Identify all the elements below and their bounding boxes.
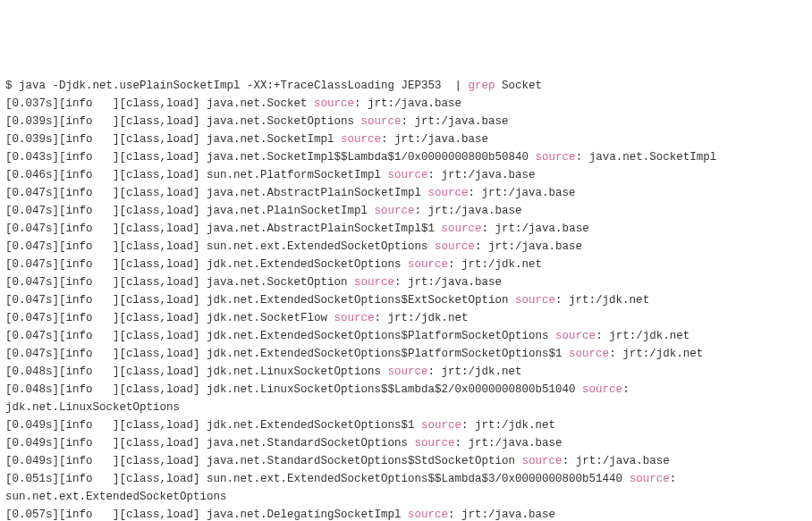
terminal-line: [0.047s][info ][class,load] java.net.Abs…	[5, 220, 807, 238]
source-keyword: source	[408, 258, 448, 271]
source-keyword: source	[334, 312, 375, 324]
terminal-line: [0.047s][info ][class,load] java.net.Pla…	[5, 202, 807, 220]
source-keyword: source	[388, 169, 428, 181]
terminal-line: [0.047s][info ][class,load] sun.net.ext.…	[5, 238, 807, 256]
source-keyword: source	[522, 455, 562, 467]
source-keyword: source	[314, 97, 354, 110]
terminal-line: [0.047s][info ][class,load] jdk.net.Sock…	[5, 309, 807, 327]
terminal-line: $ java -Djdk.net.usePlainSocketImpl -XX:…	[5, 77, 807, 95]
source-keyword: source	[354, 276, 394, 289]
source-keyword: source	[361, 115, 402, 128]
terminal-output: $ java -Djdk.net.usePlainSocketImpl -XX:…	[5, 77, 807, 521]
terminal-line: [0.048s][info ][class,load] jdk.net.Linu…	[5, 363, 807, 381]
source-keyword: source	[388, 366, 428, 378]
source-keyword: source	[582, 383, 622, 396]
source-keyword: source	[442, 223, 482, 235]
terminal-line: [0.047s][info ][class,load] java.net.Abs…	[5, 184, 807, 202]
terminal-line: [0.049s][info ][class,load] jdk.net.Exte…	[5, 416, 807, 434]
terminal-line: [0.051s][info ][class,load] sun.net.ext.…	[5, 470, 807, 488]
source-keyword: source	[341, 133, 381, 146]
source-keyword: source	[555, 330, 596, 342]
source-keyword: source	[408, 508, 448, 521]
terminal-line: [0.037s][info ][class,load] java.net.Soc…	[5, 95, 807, 113]
source-keyword: source	[428, 187, 469, 199]
terminal-line: [0.039s][info ][class,load] java.net.Soc…	[5, 130, 807, 148]
terminal-line: [0.047s][info ][class,load] jdk.net.Exte…	[5, 327, 807, 345]
source-keyword: source	[630, 473, 670, 485]
source-keyword: source	[421, 419, 461, 432]
terminal-line: [0.049s][info ][class,load] java.net.Sta…	[5, 452, 807, 470]
grep-keyword: grep	[469, 80, 495, 92]
source-keyword: source	[515, 294, 555, 307]
terminal-line: [0.046s][info ][class,load] sun.net.Plat…	[5, 166, 807, 184]
terminal-line: [0.048s][info ][class,load] jdk.net.Linu…	[5, 381, 807, 399]
source-keyword: source	[415, 437, 455, 450]
terminal-line: [0.047s][info ][class,load] jdk.net.Exte…	[5, 291, 807, 309]
terminal-line: [0.047s][info ][class,load] jdk.net.Exte…	[5, 345, 807, 363]
terminal-line: sun.net.ext.ExtendedSocketOptions	[5, 488, 807, 506]
source-keyword: source	[536, 151, 576, 164]
terminal-line: [0.043s][info ][class,load] java.net.Soc…	[5, 148, 807, 166]
terminal-line: [0.047s][info ][class,load] java.net.Soc…	[5, 273, 807, 291]
terminal-line: [0.047s][info ][class,load] jdk.net.Exte…	[5, 256, 807, 273]
source-keyword: source	[435, 240, 475, 253]
source-keyword: source	[375, 205, 415, 217]
terminal-line: [0.049s][info ][class,load] java.net.Sta…	[5, 434, 807, 452]
source-keyword: source	[569, 348, 609, 360]
terminal-line: [0.057s][info ][class,load] java.net.Del…	[5, 506, 807, 521]
terminal-line: jdk.net.LinuxSocketOptions	[5, 399, 807, 416]
terminal-line: [0.039s][info ][class,load] java.net.Soc…	[5, 113, 807, 130]
